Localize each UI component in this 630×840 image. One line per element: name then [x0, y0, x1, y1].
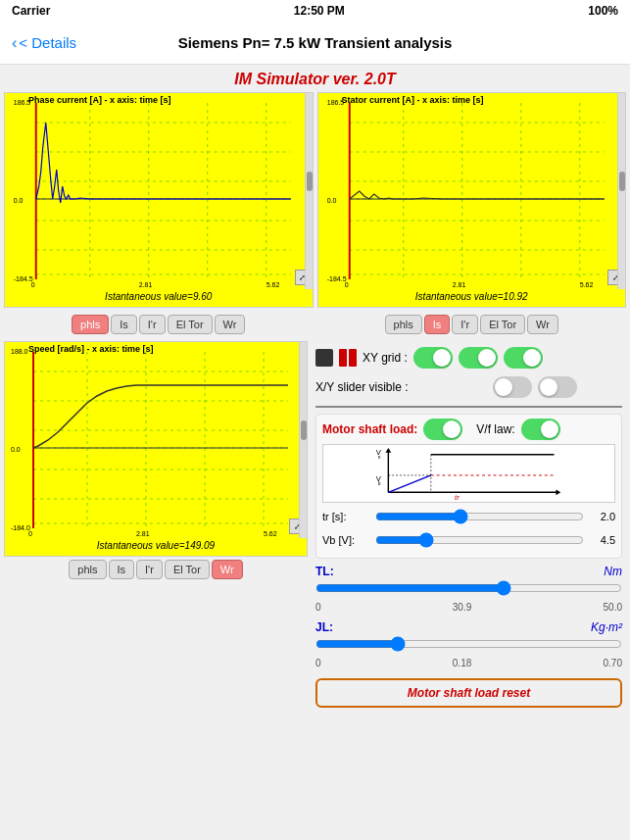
tab-speed-ir[interactable]: I'r	[136, 560, 163, 579]
back-button[interactable]: ‹ < Details	[12, 34, 76, 52]
tab-stator-wr[interactable]: Wr	[527, 315, 558, 334]
svg-rect-42	[9, 342, 303, 538]
vb-label: Vb [V]:	[322, 534, 371, 546]
svg-text:0.0: 0.0	[326, 197, 336, 204]
page-title: Siemens Pn= 7.5 kW Transient analysis	[178, 34, 453, 51]
motor-shaft-reset-button[interactable]: Motor shaft load reset	[315, 678, 622, 708]
nav-bar: ‹ < Details Siemens Pn= 7.5 kW Transient…	[0, 22, 630, 65]
speed-chart-wrapper: 188.0 0.0 -184.0 0 2.81 5.62 Speed [rad/…	[4, 341, 308, 712]
vb-slider-track: Vb [V]: 4.5	[322, 530, 615, 550]
vb-slider[interactable]	[375, 530, 584, 550]
color-block-black	[315, 349, 333, 367]
speed-chart: 188.0 0.0 -184.0 0 2.81 5.62 Speed [rad/…	[4, 341, 308, 557]
vb-slider-row: Vb [V]: 4.5	[322, 530, 615, 550]
phase-current-title: Phase current [A] - x axis: time [s]	[28, 95, 171, 105]
jl-param-row: JL: Kg·m² 0 0.18 0.70	[315, 620, 622, 668]
tab-phase-is[interactable]: Is	[111, 315, 137, 334]
tr-label: tr [s]:	[322, 511, 371, 522]
tr-value: 2.0	[588, 511, 615, 522]
stator-current-vscroll-thumb	[619, 172, 625, 191]
motor-shaft-toggle[interactable]	[423, 419, 462, 440]
xy-slider-toggle-2[interactable]	[538, 376, 577, 398]
stator-current-chart: 186.5 0.0 -184.5 0 2.81 5.62 Stator curr…	[317, 92, 627, 308]
stator-current-vscroll[interactable]	[617, 93, 625, 289]
vf-law-label: V/f law:	[476, 422, 514, 436]
phase-current-vscroll[interactable]	[305, 93, 313, 289]
tr-slider[interactable]	[375, 507, 584, 526]
tab-phase-wr[interactable]: Wr	[215, 315, 246, 334]
top-charts-row: /* dots rendered below */	[4, 92, 626, 308]
xy-slider-toggle-1[interactable]	[493, 376, 532, 398]
tl-slider[interactable]	[315, 578, 622, 598]
speed-chart-vscroll[interactable]	[299, 342, 307, 538]
svg-text:5.62: 5.62	[264, 530, 277, 537]
speed-chart-instant: Istantaneous value=149.09	[5, 539, 307, 552]
phase-current-tabs: phls Is I'r El Tor Wr	[4, 312, 314, 337]
tab-speed-is[interactable]: Is	[109, 560, 135, 579]
svg-text:5.62: 5.62	[579, 281, 593, 288]
back-chevron-icon: ‹	[12, 34, 17, 52]
svg-rect-0	[12, 93, 306, 289]
tl-min: 0	[315, 602, 321, 613]
tab-speed-phls[interactable]: phls	[69, 560, 106, 579]
xy-slider-row: X/Y slider visible :	[315, 374, 622, 400]
tab-speed-wr[interactable]: Wr	[212, 560, 243, 579]
svg-text:2.81: 2.81	[136, 530, 150, 537]
tab-speed-eltor[interactable]: El Tor	[165, 560, 210, 579]
tl-label: TL:	[315, 565, 334, 578]
color-block-red	[339, 349, 357, 367]
tab-stator-phls[interactable]: phls	[385, 315, 422, 334]
svg-rect-63	[374, 445, 563, 502]
tl-range: 0 30.9 50.0	[315, 602, 622, 613]
back-label[interactable]: < Details	[19, 34, 76, 51]
tab-stator-is[interactable]: Is	[424, 315, 451, 334]
jl-slider[interactable]	[315, 634, 622, 654]
main-content: IM Simulator ver. 2.0T /* dots rendered …	[0, 65, 630, 716]
tl-unit: Nm	[604, 565, 622, 578]
vf-law-toggle[interactable]	[521, 419, 560, 440]
svg-text:n: n	[378, 455, 381, 460]
tab-phase-phls[interactable]: phls	[72, 315, 109, 334]
tl-header: TL: Nm	[315, 565, 622, 578]
speed-chart-title: Speed [rad/s] - x axis: time [s]	[28, 344, 154, 354]
svg-text:-184.0: -184.0	[11, 524, 30, 531]
xy-grid-toggle-3[interactable]	[504, 347, 543, 369]
vb-value: 4.5	[588, 534, 615, 546]
battery-text: 100%	[588, 4, 618, 18]
stator-current-title: Stator current [A] - x axis: time [s]	[342, 95, 484, 105]
red-bar-2	[349, 349, 357, 367]
tab-stator-ir[interactable]: I'r	[452, 315, 478, 334]
speed-chart-tabs: phls Is I'r El Tor Wr	[4, 557, 308, 582]
tl-max: 50.0	[604, 602, 622, 613]
svg-text:b: b	[378, 481, 381, 486]
xy-grid-toggle-2[interactable]	[459, 347, 498, 369]
control-panel: XY grid : X/Y slider visible : Motor sha…	[312, 341, 626, 712]
jl-max: 0.70	[604, 658, 622, 668]
bottom-section: 188.0 0.0 -184.0 0 2.81 5.62 Speed [rad/…	[4, 341, 626, 712]
svg-text:2.81: 2.81	[139, 281, 153, 288]
jl-min: 0	[315, 658, 321, 668]
phase-current-vscroll-thumb	[307, 172, 313, 191]
svg-text:-184.5: -184.5	[326, 275, 346, 282]
tl-param-row: TL: Nm 0 30.9 50.0	[315, 565, 622, 613]
svg-text:0: 0	[31, 281, 35, 288]
svg-text:-184.5: -184.5	[14, 275, 33, 282]
phase-current-chart: /* dots rendered below */	[4, 92, 314, 308]
tr-slider-row: tr [s]: 2.0	[322, 507, 615, 526]
tab-stator-eltor[interactable]: El Tor	[480, 315, 525, 334]
tl-value: 30.9	[453, 602, 471, 613]
jl-value: 0.18	[453, 658, 471, 668]
xy-grid-row: XY grid :	[315, 345, 622, 371]
time-text: 12:50 PM	[294, 4, 345, 18]
motor-shaft-row: Motor shaft load: V/f law:	[322, 419, 615, 440]
vf-diagram: V n V b tr	[322, 444, 615, 503]
svg-text:tr: tr	[455, 493, 460, 502]
jl-label: JL:	[315, 620, 333, 634]
svg-text:5.62: 5.62	[267, 281, 280, 288]
stator-current-tabs: phls Is I'r El Tor Wr	[317, 312, 627, 337]
tab-phase-ir[interactable]: I'r	[139, 315, 166, 334]
xy-grid-toggle-1[interactable]	[413, 347, 453, 369]
tab-phase-eltor[interactable]: El Tor	[168, 315, 213, 334]
motor-shaft-section: Motor shaft load: V/f law:	[315, 414, 622, 559]
svg-text:0: 0	[28, 530, 32, 537]
